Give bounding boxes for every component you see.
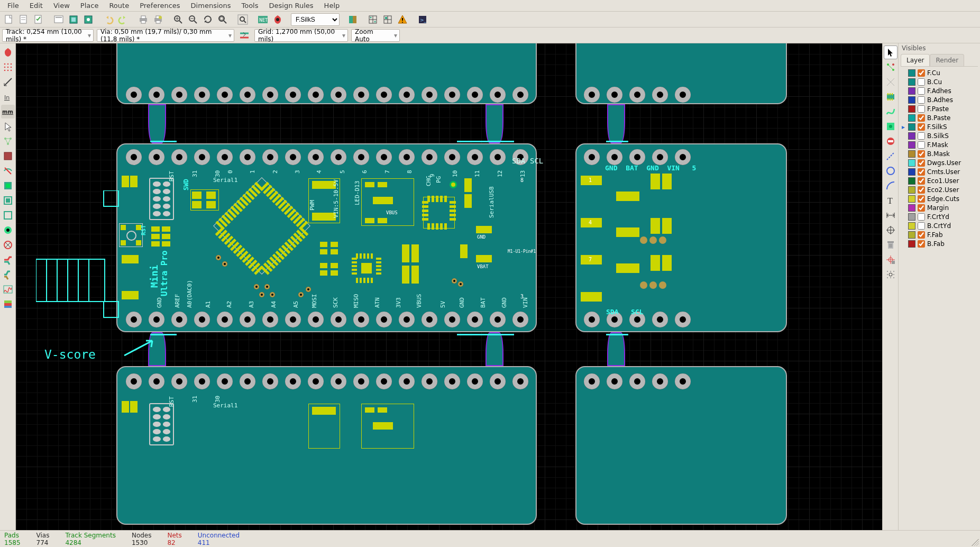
layer-row-f-crtyd[interactable]: F.CrtYd xyxy=(900,213,979,221)
layer-visibility-checkbox[interactable] xyxy=(918,69,925,77)
layer-visibility-checkbox[interactable] xyxy=(918,141,925,149)
layer-row-b-adhes[interactable]: B.Adhes xyxy=(900,96,979,104)
module-editor-icon[interactable] xyxy=(67,13,80,26)
layer-visibility-checkbox[interactable] xyxy=(918,186,925,194)
tab-render[interactable]: Render xyxy=(930,54,964,66)
layer-swatch-icon[interactable] xyxy=(908,186,915,194)
layer-visibility-checkbox[interactable] xyxy=(918,240,925,248)
menu-edit[interactable]: Edit xyxy=(24,1,48,11)
layer-visibility-checkbox[interactable] xyxy=(918,87,925,95)
warning-icon[interactable] xyxy=(396,13,409,26)
place-origin-icon[interactable] xyxy=(884,253,897,267)
layer-visibility-checkbox[interactable] xyxy=(918,123,925,131)
plot-icon[interactable] xyxy=(151,13,165,26)
open-icon[interactable] xyxy=(17,13,31,26)
delete-icon[interactable] xyxy=(884,238,897,252)
polar-coords-icon[interactable] xyxy=(1,75,15,89)
layer-visibility-checkbox[interactable] xyxy=(918,195,925,203)
ratsnest-show-icon[interactable] xyxy=(1,134,15,148)
layer-row-f-paste[interactable]: F.Paste xyxy=(900,105,979,113)
grid-origin-icon[interactable] xyxy=(884,268,897,281)
via-size-selector[interactable]: Via: 0,50 mm (19,7 mils)/ 0,30 mm (11,8 … xyxy=(97,29,234,42)
menu-dimensions[interactable]: Dimensions xyxy=(186,1,236,11)
menu-preferences[interactable]: Preferences xyxy=(134,1,185,11)
ratsnest-module-icon[interactable] xyxy=(1,149,15,163)
mwave-toolbar-icon[interactable] xyxy=(1,282,15,296)
show-zones-outlines-icon[interactable] xyxy=(1,194,15,207)
layer-visibility-checkbox[interactable] xyxy=(918,168,925,176)
layer-visibility-checkbox[interactable] xyxy=(918,231,925,239)
menu-view[interactable]: View xyxy=(48,1,75,11)
zoom-out-icon[interactable] xyxy=(186,13,200,26)
zoom-fit-icon[interactable] xyxy=(216,13,230,26)
zoom-selector[interactable]: Zoom Auto xyxy=(351,29,400,42)
layer-pair-icon[interactable] xyxy=(346,13,360,26)
netlist-icon[interactable]: NET xyxy=(256,13,270,26)
layer-swatch-icon[interactable] xyxy=(908,105,915,113)
grid-selector[interactable]: Grid: 1,2700 mm (50,00 mils) xyxy=(254,29,348,42)
layer-swatch-icon[interactable] xyxy=(908,78,915,86)
layer-swatch-icon[interactable] xyxy=(908,240,915,248)
cursor-shape-icon[interactable] xyxy=(1,120,15,133)
layer-swatch-icon[interactable] xyxy=(908,141,915,149)
layer-visibility-checkbox[interactable] xyxy=(918,132,925,140)
layer-row-b-fab[interactable]: B.Fab xyxy=(900,240,979,248)
zoom-in-icon[interactable] xyxy=(171,13,185,26)
find-icon[interactable] xyxy=(236,13,250,26)
autodelete-track-icon[interactable] xyxy=(1,164,15,178)
grid-pad-icon[interactable] xyxy=(366,13,380,26)
show-zones-icon[interactable] xyxy=(1,179,15,193)
layer-row-edge-cuts[interactable]: Edge.Cuts xyxy=(900,195,979,203)
grid-dots-icon[interactable] xyxy=(1,60,15,74)
layer-visibility-checkbox[interactable] xyxy=(918,159,925,167)
add-circle-icon[interactable] xyxy=(884,164,897,178)
track-width-selector[interactable]: Track: 0,254 mm (10,00 mils) * xyxy=(2,29,94,42)
drc-icon[interactable] xyxy=(271,13,285,26)
track-fill-icon[interactable] xyxy=(1,253,15,267)
layer-visibility-checkbox[interactable] xyxy=(918,150,925,158)
layer-swatch-icon[interactable] xyxy=(908,177,915,185)
layers-manager-icon[interactable] xyxy=(1,297,15,311)
show-zones-disable-icon[interactable] xyxy=(1,208,15,222)
auto-track-icon[interactable] xyxy=(237,29,251,42)
layer-row-f-adhes[interactable]: F.Adhes xyxy=(900,87,979,95)
menu-place[interactable]: Place xyxy=(75,1,104,11)
layer-row-b-crtyd[interactable]: B.CrtYd xyxy=(900,222,979,230)
zoom-redraw-icon[interactable] xyxy=(201,13,215,26)
add-target-icon[interactable] xyxy=(884,223,897,237)
add-keepout-icon[interactable] xyxy=(884,134,897,148)
layer-swatch-icon[interactable] xyxy=(908,123,915,131)
layer-row-f-fab[interactable]: F.Fab xyxy=(900,231,979,239)
add-track-icon[interactable] xyxy=(884,105,897,118)
save-icon[interactable] xyxy=(32,13,45,26)
print-icon[interactable] xyxy=(136,13,150,26)
layer-swatch-icon[interactable] xyxy=(908,168,915,176)
layer-swatch-icon[interactable] xyxy=(908,204,915,212)
layer-swatch-icon[interactable] xyxy=(908,213,915,221)
layer-visibility-checkbox[interactable] xyxy=(918,105,925,113)
menu-tools[interactable]: Tools xyxy=(236,1,263,11)
add-module-icon[interactable] xyxy=(884,90,897,104)
layer-swatch-icon[interactable] xyxy=(908,150,915,158)
layer-row-f-cu[interactable]: F.Cu xyxy=(900,69,979,77)
layer-row-f-mask[interactable]: F.Mask xyxy=(900,141,979,149)
layer-swatch-icon[interactable] xyxy=(908,114,915,122)
layer-swatch-icon[interactable] xyxy=(908,195,915,203)
layer-row-b-paste[interactable]: B.Paste xyxy=(900,114,979,122)
add-line-icon[interactable] xyxy=(884,149,897,163)
units-inch-icon[interactable]: In xyxy=(1,90,15,104)
add-arc-icon[interactable] xyxy=(884,179,897,193)
layer-swatch-icon[interactable] xyxy=(908,87,915,95)
local-ratsnest-icon[interactable] xyxy=(884,75,897,89)
page-settings-icon[interactable] xyxy=(52,13,66,26)
canvas[interactable]: Mini Ultra Pro SWD xyxy=(16,43,882,530)
via-fill-icon[interactable] xyxy=(1,238,15,252)
layer-visibility-checkbox[interactable] xyxy=(918,78,925,86)
layer-swatch-icon[interactable] xyxy=(908,159,915,167)
layer-selector[interactable]: F.SilkS xyxy=(291,13,340,26)
tab-layer[interactable]: Layer xyxy=(901,54,930,66)
layer-row-margin[interactable]: Margin xyxy=(900,204,979,212)
new-icon[interactable] xyxy=(2,13,16,26)
layer-visibility-checkbox[interactable] xyxy=(918,222,925,230)
layer-visibility-checkbox[interactable] xyxy=(918,213,925,221)
